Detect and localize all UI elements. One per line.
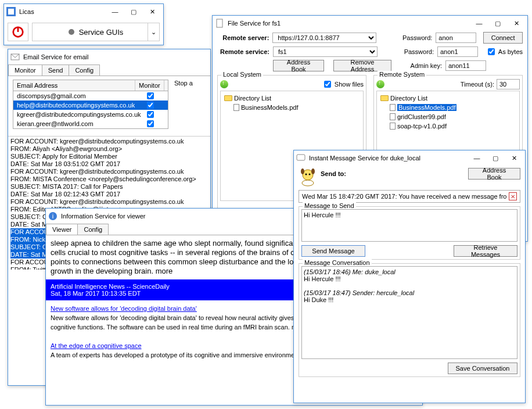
monitor-check[interactable] [147,102,154,109]
msg-to-send-group: Message to Send Hi Hercule !!! Send Mess… [299,206,520,260]
adminkey-label: Admin key: [410,62,442,69]
tree-item[interactable]: BusinessModels.pdf [223,103,361,112]
svg-point-12 [309,174,311,175]
remote-server-select[interactable]: https://127.0.0.1:8877 [272,33,376,43]
page-icon [390,123,396,130]
up-icon[interactable] [376,80,384,88]
maximize-button[interactable]: ▢ [487,152,504,164]
im-title: Instant Message Service for duke_local [309,155,468,162]
adminkey-input[interactable] [445,60,486,71]
email-titlebar: Email Service for email [8,49,210,64]
maximize-button[interactable]: ▢ [489,17,506,29]
maximize-button[interactable]: ▢ [125,6,142,17]
file-icon [215,19,224,28]
remote-service-label: Remote service: [217,48,269,55]
dirlist-label: Directory List [234,95,271,102]
connect-button[interactable]: Connect [483,32,523,44]
svg-point-13 [301,168,304,174]
minimize-button[interactable]: — [468,152,486,164]
remote-service-select[interactable]: fs1 [273,46,378,57]
retrieve-messages-button[interactable]: Retrieve Messages [454,245,517,257]
dot-icon [69,29,74,35]
svg-rect-1 [8,9,14,15]
th-monitor[interactable]: Monitor [135,80,164,91]
close-alert-icon[interactable]: ✕ [509,192,517,200]
msg-legend: Message to Send [303,202,356,209]
tab-viewer[interactable]: Viewer [46,224,78,235]
fs-titlebar: File Service for fs1 — ▢ ✕ [213,16,527,31]
table-row[interactable]: help@distributedcomputingsystems.co.uk [13,101,168,110]
power-button[interactable] [8,23,28,41]
showfiles-check[interactable]: Show files [322,79,364,89]
table-row[interactable]: discompsys@gmail.com [13,91,168,101]
up-icon[interactable] [220,80,228,88]
th-email[interactable]: Email Address [13,80,135,91]
email-table: Email Address Monitor discompsys@gmail.c… [13,80,168,129]
tab-config[interactable]: Config [77,224,109,235]
svg-point-11 [305,174,307,175]
info-icon: i [48,211,57,221]
monitor-check[interactable] [147,111,154,118]
asbytes-check[interactable]: As bytes [486,46,523,57]
licas-titlebar: Licas — ▢ ✕ [4,4,163,19]
monitor-check[interactable] [147,92,154,99]
tab-monitor[interactable]: Monitor [8,64,42,76]
conversation-box[interactable]: (15/03/17 18:46) Me: duke_localHi Hercul… [301,266,517,359]
alert-bar: Wed Mar 15 18:47:20 GMT 2017: You have r… [299,190,520,203]
tree-item[interactable]: BusinessModels.pdf [379,103,517,112]
licas-title: Licas [19,8,106,15]
tree-item[interactable]: soap-tcp-v1.0.pdf [379,121,517,131]
table-row[interactable]: kgreer@distributedcomputingsystems.co.uk [13,110,168,119]
svg-text:i: i [52,213,53,220]
fs-title: File Service for fs1 [228,20,470,27]
im-addressbook-button[interactable]: Address Book [468,168,520,180]
svg-rect-8 [297,155,305,160]
local-legend: Local System [221,71,263,78]
password2-input[interactable] [437,46,478,57]
mail-icon [10,52,20,62]
close-button[interactable]: ✕ [508,17,525,29]
removeaddr-button[interactable]: Remove Address [333,60,391,71]
table-row[interactable]: kieran.greer@ntlworld.com [13,119,168,128]
timeout-label: Timeout (s): [461,81,494,88]
service-guis-dropdown[interactable]: Service GUIs ⌄ [32,23,160,41]
close-button[interactable]: ✕ [143,6,161,17]
power-icon [12,26,24,38]
timeout-input[interactable] [497,79,520,89]
page-icon [390,113,396,120]
email-title: Email Service for email [23,53,208,60]
msg-textarea[interactable]: Hi Hercule !!! [301,209,517,242]
im-window: Instant Message Service for duke_local —… [293,150,526,403]
password1-input[interactable] [436,33,476,43]
stop-label: Stop a [174,80,193,87]
im-titlebar: Instant Message Service for duke_local —… [294,150,525,166]
svg-point-14 [311,168,315,174]
folder-icon [224,95,232,101]
send-message-button[interactable]: Send Message [301,245,365,257]
tab-send[interactable]: Send [42,64,70,76]
news-link[interactable]: At the edge of a cognitive space [51,342,142,349]
tree-item[interactable]: gridCluster99.pdf [379,112,517,121]
alert-text: Wed Mar 15 18:47:20 GMT 2017: You have r… [302,193,506,200]
folder-icon [380,95,389,101]
chat-icon [296,153,305,163]
conversation-group: Message Conversation (15/03/17 18:46) Me… [299,263,520,377]
app-icon [6,7,16,16]
remote-legend: Remote System [378,71,426,78]
monitor-check[interactable] [147,120,154,127]
addressbook-button[interactable]: Address Book [273,60,324,71]
minimize-button[interactable]: — [106,6,124,17]
email-tabs: Monitor Send Config [8,64,210,76]
dropdown-label: Service GUIs [79,28,124,37]
password2-label: Password: [402,48,434,55]
news-link[interactable]: New software allows for 'decoding digita… [51,305,197,312]
close-button[interactable]: ✕ [505,152,523,164]
conv-legend: Message Conversation [303,259,372,266]
minimize-button[interactable]: — [470,17,488,29]
licas-window: Licas — ▢ ✕ Service GUIs ⌄ [3,3,164,45]
tab-config[interactable]: Config [69,64,100,76]
chevron-down-icon[interactable]: ⌄ [148,23,159,41]
save-conversation-button[interactable]: Save Conversation [448,363,517,374]
svg-rect-5 [217,19,222,27]
remote-server-label: Remote server: [217,34,269,41]
